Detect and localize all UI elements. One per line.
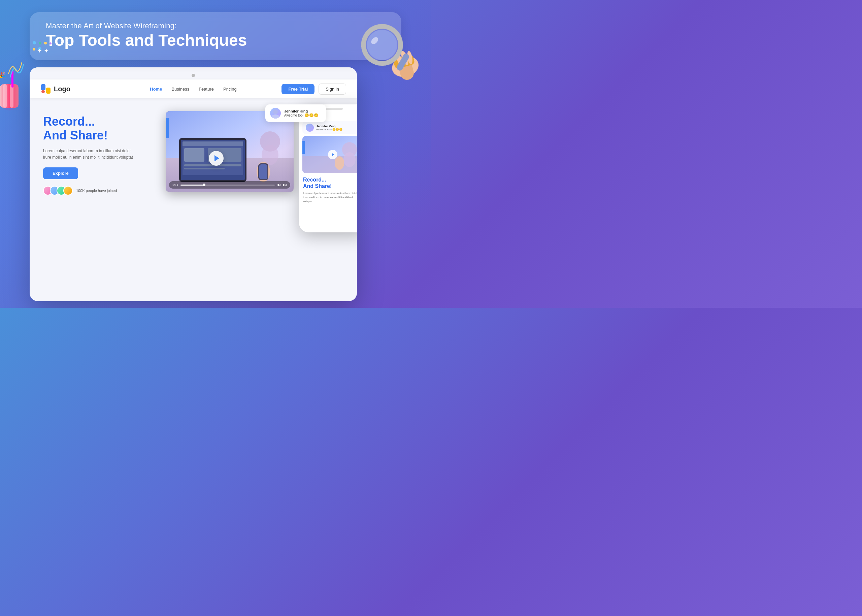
mobile-notification-card: Jennifer King Awsome tool 😊😊😊: [302, 121, 357, 134]
joined-text: 100K people have joined: [76, 189, 117, 193]
mobile-notif-avatar: [306, 124, 314, 132]
nav-links: Home Business Feature Pricing: [117, 86, 270, 92]
notification-avatar: [270, 108, 281, 119]
browser-mockup: Logo Home Business Feature Pricing Free …: [30, 68, 357, 301]
nav-bar: Logo Home Business Feature Pricing Free …: [30, 80, 357, 98]
mobile-hero-text: Record... And Share! Lorem culpa deserun…: [299, 173, 357, 205]
nav-link-home[interactable]: Home: [150, 86, 162, 92]
nav-link-pricing[interactable]: Pricing: [223, 86, 237, 92]
mobile-video-area: [302, 136, 357, 173]
notification-text: Awsome tool 😊😊😊: [284, 113, 319, 118]
avatar-group: [43, 186, 73, 195]
title-card: Master the Art of Website Wireframing: T…: [30, 12, 401, 60]
hero-title: Record... And Share!: [43, 115, 158, 143]
decorative-cup: 🎉: [0, 68, 24, 113]
title-main: Top Tools and Techniques: [46, 31, 385, 50]
video-timestamp: 1:11: [173, 183, 179, 187]
logo-text: Logo: [54, 85, 71, 93]
laptop-mockup: 1:11 ⏮ ⏭: [166, 111, 294, 192]
notification-emojis: 😊😊😊: [305, 113, 319, 117]
mobile-notif-name: Jennifer King: [316, 125, 342, 128]
decorative-stars: ✦ ✦: [37, 47, 49, 55]
svg-rect-17: [46, 88, 50, 94]
svg-point-18: [41, 90, 45, 93]
free-trial-button[interactable]: Free Trial: [281, 84, 314, 94]
mobile-notif-content: Jennifer King Awsome tool 😊😊😊: [316, 125, 342, 131]
nav-link-feature[interactable]: Feature: [199, 86, 214, 92]
hero-section: Record... And Share! Lorem culpa deserun…: [30, 98, 357, 301]
notification-content: Jennifer King Awsome tool 😊😊😊: [284, 109, 319, 118]
explore-button[interactable]: Explore: [43, 167, 78, 179]
mobile-play-icon: [332, 153, 334, 156]
control-prev[interactable]: ⏮: [277, 182, 281, 187]
play-button-overlay: [166, 111, 294, 192]
hero-description: Lorem culpa deserunt laborum in cillum n…: [43, 148, 137, 161]
hero-title-line1: Record...: [43, 115, 95, 128]
joined-row: 100K people have joined: [43, 186, 158, 195]
mobile-notif-text: Awsome tool 😊😊😊: [316, 128, 342, 131]
mobile-hero-title: Record... And Share!: [303, 176, 357, 189]
notification-card: Jennifer King Awsome tool 😊😊😊: [265, 104, 326, 122]
signin-button[interactable]: Sign in: [319, 83, 346, 95]
hero-right: Jennifer King Awsome tool 😊😊😊: [166, 115, 346, 290]
hero-left: Record... And Share! Lorem culpa deserun…: [43, 115, 158, 290]
logo-icon: [41, 83, 51, 94]
svg-point-19: [273, 110, 278, 114]
title-subtitle: Master the Art of Website Wireframing:: [46, 22, 385, 30]
svg-text:🎉: 🎉: [0, 72, 6, 79]
browser-camera-dot: [192, 74, 195, 77]
svg-point-20: [272, 115, 279, 119]
mobile-play-button[interactable]: [328, 150, 338, 159]
control-next[interactable]: ⏭: [283, 182, 287, 187]
hero-title-line2: And Share!: [43, 128, 108, 142]
nav-link-business[interactable]: Business: [171, 86, 189, 92]
avatar-4: [63, 186, 73, 195]
logo-area: Logo: [41, 83, 117, 94]
notification-name: Jennifer King: [284, 109, 319, 113]
svg-rect-16: [41, 84, 46, 90]
mobile-play-overlay: [302, 136, 357, 173]
browser-topbar: [30, 68, 357, 80]
play-icon: [215, 155, 219, 161]
nav-actions: Free Trial Sign in: [270, 83, 346, 95]
mobile-hero-desc: Lorem culpa deserunt laborum in cillum n…: [303, 191, 357, 203]
play-button[interactable]: [209, 151, 224, 166]
laptop-screen: 1:11 ⏮ ⏭: [166, 111, 294, 192]
svg-rect-3: [10, 84, 14, 108]
mobile-mockup: Logo ≡ Jennifer King Awsome tool 😊😊😊: [299, 104, 357, 233]
svg-rect-1: [0, 84, 19, 108]
svg-rect-2: [3, 84, 7, 108]
